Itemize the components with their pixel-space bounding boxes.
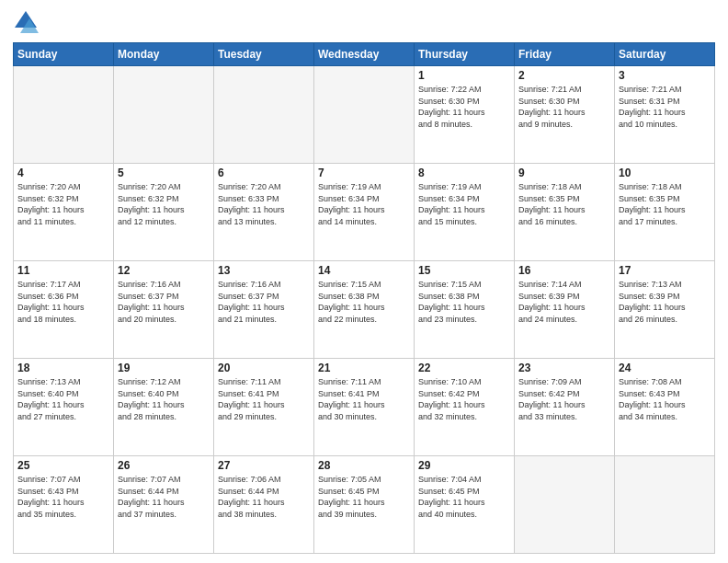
day-number: 15 — [418, 264, 510, 277]
day-info: Sunrise: 7:20 AM Sunset: 6:32 PM Dayligh… — [118, 181, 210, 227]
calendar-cell: 7Sunrise: 7:19 AM Sunset: 6:34 PM Daylig… — [314, 164, 415, 261]
weekday-header-monday: Monday — [114, 43, 214, 66]
day-info: Sunrise: 7:10 AM Sunset: 6:42 PM Dayligh… — [418, 376, 510, 422]
calendar-cell — [515, 456, 615, 554]
day-number: 6 — [218, 167, 310, 179]
day-number: 11 — [17, 264, 109, 277]
day-info: Sunrise: 7:13 AM Sunset: 6:39 PM Dayligh… — [619, 279, 711, 325]
week-row-4: 25Sunrise: 7:07 AM Sunset: 6:43 PM Dayli… — [14, 456, 715, 554]
day-info: Sunrise: 7:13 AM Sunset: 6:40 PM Dayligh… — [17, 376, 109, 422]
calendar-cell: 20Sunrise: 7:11 AM Sunset: 6:41 PM Dayli… — [214, 359, 314, 456]
calendar-cell: 6Sunrise: 7:20 AM Sunset: 6:33 PM Daylig… — [214, 164, 314, 261]
day-number: 28 — [318, 459, 410, 472]
calendar-cell — [314, 66, 415, 164]
day-number: 19 — [118, 362, 210, 374]
day-number: 3 — [619, 69, 711, 82]
calendar-cell: 12Sunrise: 7:16 AM Sunset: 6:37 PM Dayli… — [114, 261, 214, 359]
calendar-cell — [214, 66, 314, 164]
weekday-header-wednesday: Wednesday — [314, 43, 415, 66]
calendar-cell: 8Sunrise: 7:19 AM Sunset: 6:34 PM Daylig… — [415, 164, 515, 261]
day-number: 9 — [518, 167, 610, 179]
weekday-header-friday: Friday — [515, 43, 615, 66]
day-number: 13 — [218, 264, 310, 277]
calendar-cell: 18Sunrise: 7:13 AM Sunset: 6:40 PM Dayli… — [14, 359, 114, 456]
day-info: Sunrise: 7:19 AM Sunset: 6:34 PM Dayligh… — [418, 181, 510, 227]
weekday-header-thursday: Thursday — [415, 43, 515, 66]
weekday-row: SundayMondayTuesdayWednesdayThursdayFrid… — [14, 43, 715, 66]
day-number: 4 — [17, 167, 109, 179]
calendar-cell: 15Sunrise: 7:15 AM Sunset: 6:38 PM Dayli… — [415, 261, 515, 359]
day-info: Sunrise: 7:08 AM Sunset: 6:43 PM Dayligh… — [619, 376, 711, 422]
day-info: Sunrise: 7:18 AM Sunset: 6:35 PM Dayligh… — [518, 181, 610, 227]
day-info: Sunrise: 7:17 AM Sunset: 6:36 PM Dayligh… — [17, 279, 109, 325]
day-info: Sunrise: 7:07 AM Sunset: 6:43 PM Dayligh… — [17, 474, 109, 520]
day-number: 21 — [318, 362, 410, 374]
calendar-cell: 4Sunrise: 7:20 AM Sunset: 6:32 PM Daylig… — [14, 164, 114, 261]
week-row-0: 1Sunrise: 7:22 AM Sunset: 6:30 PM Daylig… — [14, 66, 715, 164]
calendar-cell: 25Sunrise: 7:07 AM Sunset: 6:43 PM Dayli… — [14, 456, 114, 554]
logo — [13, 9, 42, 35]
day-info: Sunrise: 7:19 AM Sunset: 6:34 PM Dayligh… — [318, 181, 410, 227]
day-number: 5 — [118, 167, 210, 179]
calendar-cell: 9Sunrise: 7:18 AM Sunset: 6:35 PM Daylig… — [515, 164, 615, 261]
day-number: 17 — [619, 264, 711, 277]
day-info: Sunrise: 7:20 AM Sunset: 6:33 PM Dayligh… — [218, 181, 310, 227]
day-number: 8 — [418, 167, 510, 179]
day-info: Sunrise: 7:14 AM Sunset: 6:39 PM Dayligh… — [518, 279, 610, 325]
calendar-cell: 19Sunrise: 7:12 AM Sunset: 6:40 PM Dayli… — [114, 359, 214, 456]
week-row-2: 11Sunrise: 7:17 AM Sunset: 6:36 PM Dayli… — [14, 261, 715, 359]
day-number: 27 — [218, 459, 310, 472]
day-info: Sunrise: 7:09 AM Sunset: 6:42 PM Dayligh… — [518, 376, 610, 422]
week-row-1: 4Sunrise: 7:20 AM Sunset: 6:32 PM Daylig… — [14, 164, 715, 261]
day-info: Sunrise: 7:11 AM Sunset: 6:41 PM Dayligh… — [318, 376, 410, 422]
calendar-cell: 26Sunrise: 7:07 AM Sunset: 6:44 PM Dayli… — [114, 456, 214, 554]
day-number: 2 — [518, 69, 610, 82]
day-info: Sunrise: 7:12 AM Sunset: 6:40 PM Dayligh… — [118, 376, 210, 422]
day-number: 29 — [418, 459, 510, 472]
calendar-cell: 22Sunrise: 7:10 AM Sunset: 6:42 PM Dayli… — [415, 359, 515, 456]
day-info: Sunrise: 7:15 AM Sunset: 6:38 PM Dayligh… — [318, 279, 410, 325]
day-info: Sunrise: 7:07 AM Sunset: 6:44 PM Dayligh… — [118, 474, 210, 520]
day-number: 18 — [17, 362, 109, 374]
day-number: 23 — [518, 362, 610, 374]
calendar-cell: 21Sunrise: 7:11 AM Sunset: 6:41 PM Dayli… — [314, 359, 415, 456]
day-number: 24 — [619, 362, 711, 374]
day-info: Sunrise: 7:04 AM Sunset: 6:45 PM Dayligh… — [418, 474, 510, 520]
logo-icon — [13, 9, 39, 35]
calendar-cell: 13Sunrise: 7:16 AM Sunset: 6:37 PM Dayli… — [214, 261, 314, 359]
day-info: Sunrise: 7:15 AM Sunset: 6:38 PM Dayligh… — [418, 279, 510, 325]
week-row-3: 18Sunrise: 7:13 AM Sunset: 6:40 PM Dayli… — [14, 359, 715, 456]
weekday-header-saturday: Saturday — [615, 43, 715, 66]
day-number: 7 — [318, 167, 410, 179]
weekday-header-sunday: Sunday — [14, 43, 114, 66]
calendar-cell: 23Sunrise: 7:09 AM Sunset: 6:42 PM Dayli… — [515, 359, 615, 456]
day-info: Sunrise: 7:05 AM Sunset: 6:45 PM Dayligh… — [318, 474, 410, 520]
calendar-cell: 10Sunrise: 7:18 AM Sunset: 6:35 PM Dayli… — [615, 164, 715, 261]
calendar-cell: 14Sunrise: 7:15 AM Sunset: 6:38 PM Dayli… — [314, 261, 415, 359]
calendar-cell: 27Sunrise: 7:06 AM Sunset: 6:44 PM Dayli… — [214, 456, 314, 554]
calendar-cell: 11Sunrise: 7:17 AM Sunset: 6:36 PM Dayli… — [14, 261, 114, 359]
calendar-body: 1Sunrise: 7:22 AM Sunset: 6:30 PM Daylig… — [14, 66, 715, 554]
calendar-cell: 16Sunrise: 7:14 AM Sunset: 6:39 PM Dayli… — [515, 261, 615, 359]
calendar-cell: 29Sunrise: 7:04 AM Sunset: 6:45 PM Dayli… — [415, 456, 515, 554]
header — [13, 9, 715, 35]
weekday-header-tuesday: Tuesday — [214, 43, 314, 66]
day-number: 22 — [418, 362, 510, 374]
day-info: Sunrise: 7:11 AM Sunset: 6:41 PM Dayligh… — [218, 376, 310, 422]
calendar-cell: 2Sunrise: 7:21 AM Sunset: 6:30 PM Daylig… — [515, 66, 615, 164]
calendar-header: SundayMondayTuesdayWednesdayThursdayFrid… — [14, 43, 715, 66]
page: SundayMondayTuesdayWednesdayThursdayFrid… — [0, 0, 728, 563]
day-info: Sunrise: 7:16 AM Sunset: 6:37 PM Dayligh… — [218, 279, 310, 325]
day-info: Sunrise: 7:06 AM Sunset: 6:44 PM Dayligh… — [218, 474, 310, 520]
day-number: 16 — [518, 264, 610, 277]
day-number: 14 — [318, 264, 410, 277]
calendar: SundayMondayTuesdayWednesdayThursdayFrid… — [13, 42, 715, 554]
calendar-cell — [14, 66, 114, 164]
day-info: Sunrise: 7:21 AM Sunset: 6:31 PM Dayligh… — [619, 84, 711, 130]
day-info: Sunrise: 7:18 AM Sunset: 6:35 PM Dayligh… — [619, 181, 711, 227]
calendar-cell: 5Sunrise: 7:20 AM Sunset: 6:32 PM Daylig… — [114, 164, 214, 261]
day-number: 12 — [118, 264, 210, 277]
day-number: 20 — [218, 362, 310, 374]
calendar-cell: 17Sunrise: 7:13 AM Sunset: 6:39 PM Dayli… — [615, 261, 715, 359]
day-number: 26 — [118, 459, 210, 472]
